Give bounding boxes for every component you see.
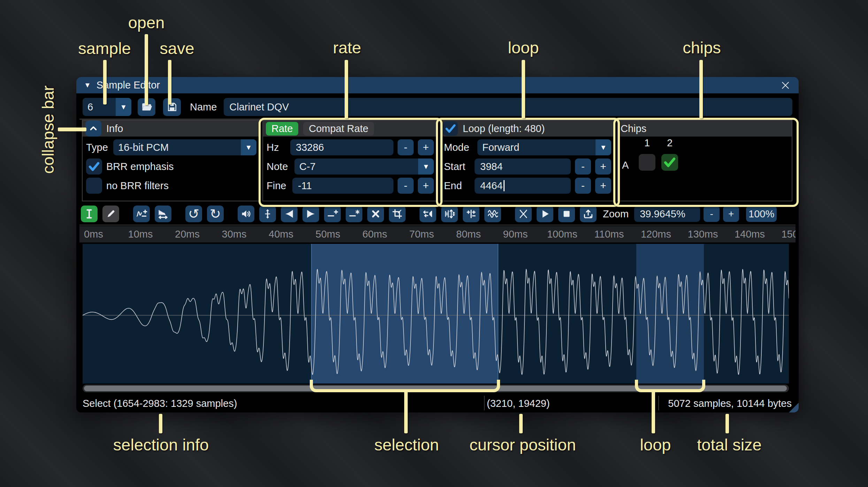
select-mode-button[interactable]	[81, 206, 98, 222]
annotation-line-loop-bottom	[652, 392, 655, 433]
zoom-label: Zoom	[603, 208, 629, 220]
loop-end-input[interactable]: 4464	[475, 178, 571, 194]
zoom-in-button[interactable]: +	[723, 206, 739, 222]
loop-end-minus-button[interactable]: -	[575, 178, 591, 194]
chip-1-checkbox[interactable]	[639, 154, 655, 171]
draw-mode-button[interactable]	[102, 206, 119, 222]
chip-2-checkbox[interactable]	[661, 154, 678, 171]
save-sample-button[interactable]	[163, 98, 181, 116]
ruler-label: 40ms	[269, 229, 293, 240]
ruler-label: 80ms	[456, 229, 481, 240]
desktop-background: { "annotations": { "top": { "sample": "s…	[0, 0, 868, 487]
loop-panel-header: Loop (length: 480)	[440, 121, 615, 137]
chevron-down-icon[interactable]: ▼	[241, 139, 256, 155]
annotation-line-chips	[699, 60, 703, 118]
stop-preview-button[interactable]	[558, 206, 575, 222]
hz-minus-button[interactable]: -	[398, 139, 414, 155]
loop-end-label: End	[444, 180, 470, 192]
brr-emphasis-checkbox[interactable]	[86, 159, 102, 175]
chevron-down-icon[interactable]: ▼	[596, 139, 611, 155]
chips-panel-header: Chips	[618, 121, 792, 137]
name-input[interactable]: Clarinet DQV	[224, 98, 792, 116]
info-panel-header: Info	[83, 121, 260, 137]
fade-in-button[interactable]	[281, 206, 298, 222]
loop-bracket	[635, 380, 705, 392]
close-button[interactable]	[778, 78, 792, 92]
reverse-button[interactable]	[420, 206, 436, 222]
loop-mode-select[interactable]: Forward ▼	[477, 139, 611, 155]
type-select[interactable]: 16-bit PCM ▼	[113, 139, 256, 155]
sample-editor-window: ▼ Sample Editor 6 ▼ Name Clarinet DQV	[76, 77, 799, 412]
sample-top-row: 6 ▼ Name Clarinet DQV	[83, 98, 792, 116]
annotation-line-selection-info	[159, 414, 162, 433]
sample-select[interactable]: 6 ▼	[83, 98, 131, 116]
hz-input[interactable]: 33286	[290, 139, 393, 155]
loop-start-plus-button[interactable]: +	[595, 159, 611, 175]
preview-button[interactable]	[537, 206, 553, 222]
ruler-label: 150ms	[781, 229, 796, 240]
ruler-label: 100ms	[547, 229, 577, 240]
fade-out-button[interactable]	[302, 206, 319, 222]
note-select[interactable]: C-7 ▼	[294, 159, 434, 175]
name-value: Clarinet DQV	[229, 101, 289, 113]
chevron-down-icon[interactable]: ▼	[116, 98, 131, 116]
title-bar[interactable]: ▼ Sample Editor	[76, 77, 799, 93]
tab-rate[interactable]: Rate	[266, 122, 298, 136]
divider	[79, 119, 796, 119]
name-label: Name	[190, 101, 217, 113]
loop-end-plus-button[interactable]: +	[595, 178, 611, 194]
fine-input[interactable]: -11	[292, 178, 393, 194]
waveform-view[interactable]	[83, 244, 789, 384]
amplify-button[interactable]	[238, 206, 254, 222]
window-collapse-icon[interactable]: ▼	[84, 81, 91, 89]
delete-button[interactable]	[367, 206, 384, 222]
chips-panel-title: Chips	[621, 123, 646, 134]
zoom-input[interactable]: 39.9645%	[634, 206, 700, 222]
undo-button[interactable]: ↺	[185, 206, 202, 222]
chip-cells	[639, 154, 678, 171]
make-instrument-button[interactable]	[580, 206, 597, 222]
zoom-reset-button[interactable]: 100%	[746, 206, 777, 222]
resample-button[interactable]	[155, 206, 171, 222]
loop-enable-checkbox[interactable]	[443, 121, 458, 136]
chip-column-headers: 12	[639, 137, 678, 149]
insert-silence-button[interactable]	[324, 206, 341, 222]
filter-button[interactable]	[484, 206, 501, 222]
wave-invert-icon	[444, 208, 455, 220]
rate-panel-header: Rate Compat Rate	[263, 121, 437, 137]
total-size-text: 5072 samples, 10144 bytes	[668, 398, 792, 409]
redo-button[interactable]: ↻	[207, 206, 224, 222]
normalize-button[interactable]	[259, 206, 276, 222]
cursor-position-text: (3210, 19429)	[487, 398, 550, 409]
crop-icon	[391, 208, 403, 220]
fine-plus-button[interactable]: +	[418, 178, 434, 194]
close-icon	[780, 80, 791, 91]
chevron-down-icon[interactable]: ▼	[418, 159, 434, 175]
hz-plus-button[interactable]: +	[418, 139, 434, 155]
collapse-panel-button[interactable]	[85, 121, 101, 137]
loop-start-label: Start	[444, 161, 470, 172]
annotation-line-selection	[404, 392, 408, 433]
annotation-selection-info: selection info	[113, 435, 209, 454]
check-icon	[663, 155, 677, 169]
loop-start-minus-button[interactable]: -	[575, 159, 591, 175]
time-ruler[interactable]: 0ms10ms20ms30ms40ms50ms60ms70ms80ms90ms1…	[79, 226, 796, 242]
window-resize-grip[interactable]	[789, 403, 799, 412]
sample-number: 6	[83, 98, 116, 116]
invert-button[interactable]	[441, 206, 458, 222]
loop-start-input[interactable]: 3984	[475, 159, 571, 175]
crossfade-loop-button[interactable]	[515, 206, 532, 222]
zoom-controls: Zoom 39.9645% - + 100%	[603, 206, 793, 222]
ruler-label: 130ms	[688, 229, 718, 240]
loop-panel-title: Loop (length: 480)	[463, 123, 545, 134]
no-brr-filters-checkbox[interactable]	[86, 178, 102, 194]
zoom-out-button[interactable]: -	[704, 206, 720, 222]
apply-silence-button[interactable]	[346, 206, 362, 222]
sign-button[interactable]	[463, 206, 479, 222]
trim-button[interactable]	[389, 206, 406, 222]
ruler-label: 10ms	[128, 229, 153, 240]
tab-compat-rate[interactable]: Compat Rate	[303, 122, 374, 136]
wave-stretch-icon	[157, 208, 169, 220]
resize-button[interactable]	[133, 206, 150, 222]
fine-minus-button[interactable]: -	[398, 178, 414, 194]
